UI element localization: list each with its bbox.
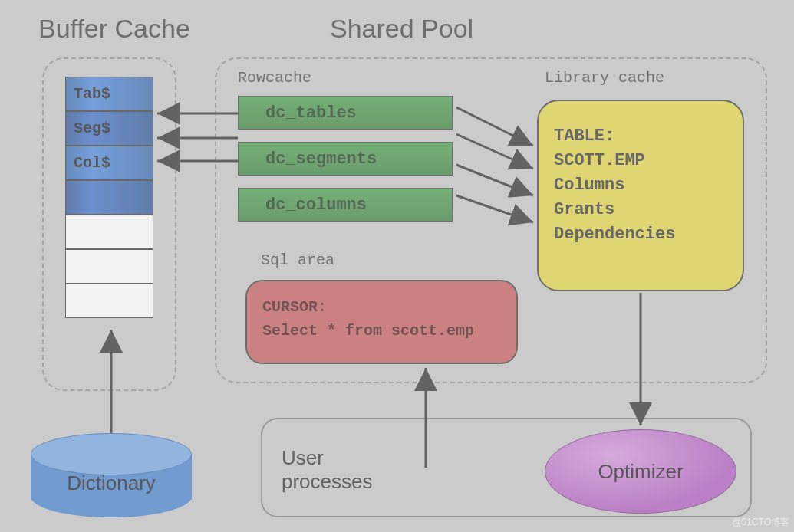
- buffer-stack: Tab$ Seg$ Col$: [65, 77, 153, 318]
- buffer-cell-empty1: [65, 180, 153, 215]
- watermark: @51CTO博客: [732, 516, 789, 529]
- user-processes-label: User processes: [282, 446, 373, 494]
- rowcache-dc-columns: dc_columns: [238, 188, 453, 222]
- buffer-cell-empty4: [65, 284, 153, 318]
- sqlarea-line-1: CURSOR:: [262, 295, 501, 319]
- libcache-line-3: Columns: [554, 173, 727, 198]
- buffer-cell-col: Col$: [65, 146, 153, 180]
- sql-area-label: Sql area: [261, 251, 334, 269]
- sqlarea-line-2: Select * from scott.emp: [262, 319, 501, 343]
- library-cache-box: TABLE: SCOTT.EMP Columns Grants Dependen…: [537, 100, 744, 291]
- user-processes-line-2: processes: [282, 470, 373, 493]
- rowcache-dc-segments: dc_segments: [238, 142, 453, 176]
- user-processes-line-1: User: [282, 446, 324, 469]
- dictionary-label: Dictionary: [31, 471, 192, 495]
- libcache-line-2: SCOTT.EMP: [554, 149, 727, 173]
- rowcache-dc-tables: dc_tables: [238, 96, 453, 130]
- libcache-line-1: TABLE:: [554, 124, 727, 149]
- buffer-cell-seg: Seg$: [65, 111, 153, 146]
- libcache-line-5: Dependencies: [554, 222, 727, 247]
- rowcache-label: Rowcache: [238, 69, 311, 87]
- libcache-line-4: Grants: [554, 198, 727, 222]
- buffer-cell-empty2: [65, 215, 153, 249]
- buffer-cell-tab: Tab$: [65, 77, 153, 111]
- buffer-cache-heading: Buffer Cache: [38, 14, 190, 44]
- dictionary-cylinder-top: [31, 433, 192, 475]
- buffer-cell-empty3: [65, 249, 153, 284]
- optimizer-ellipse: Optimizer: [545, 429, 736, 514]
- shared-pool-heading: Shared Pool: [330, 14, 473, 44]
- sql-area-box: CURSOR: Select * from scott.emp: [245, 280, 518, 364]
- library-cache-label: Library cache: [545, 69, 664, 87]
